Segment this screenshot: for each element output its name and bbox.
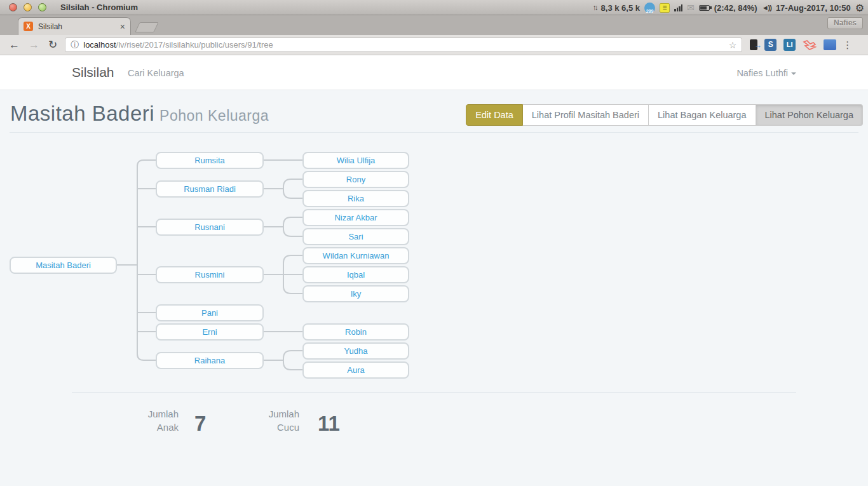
tree-node[interactable]: Nizar Akbar (302, 209, 409, 226)
tree-node[interactable]: Robin (302, 323, 409, 341)
battery-label: (2:42, 84%) (714, 3, 757, 13)
new-tab-button[interactable] (135, 22, 158, 32)
url-bar[interactable]: ⓘ localhost/lv/riset/2017/silsilahku/pub… (65, 37, 742, 52)
tree-node[interactable]: Sari (302, 228, 409, 245)
system-tray: ↑↓ 8,3 k 6,5 k 289 ≡ ✉ (2:42, 84%) ◄)) 1… (593, 0, 864, 15)
network-traffic-icon[interactable]: ↑↓ (593, 3, 597, 12)
tree-node[interactable]: Pani (156, 304, 264, 321)
notes-indicator-icon[interactable]: ≡ (660, 3, 670, 13)
xampp-favicon-icon: X (24, 22, 33, 31)
signal-strength-icon[interactable] (674, 4, 682, 11)
titlebar: Silsilah - Chromium ↑↓ 8,3 k 6,5 k 289 ≡… (0, 0, 868, 15)
url-path: /lv/riset/2017/silsilahku/public/users/9… (116, 40, 273, 50)
tree-node[interactable]: Raihana (156, 352, 264, 369)
s-extension-icon[interactable]: S (764, 39, 776, 51)
network-traffic-label: 8,3 k 6,5 k (601, 3, 640, 13)
tree-node[interactable]: Rony (302, 171, 409, 188)
tree-node[interactable]: Iky (302, 285, 409, 302)
mail-icon[interactable]: ✉ (687, 3, 695, 13)
bookmark-star-icon[interactable]: ☆ (729, 40, 737, 50)
tree-node[interactable]: Yudha (302, 342, 409, 360)
tab-close-icon[interactable]: × (120, 22, 125, 32)
page-info-icon[interactable]: ⓘ (71, 39, 79, 51)
gear-icon[interactable]: ⚙ (855, 2, 864, 14)
battery-icon[interactable] (699, 5, 710, 11)
window-title: Silsilah - Chromium (60, 3, 138, 12)
reload-icon[interactable]: ↻ (48, 38, 57, 51)
family-tree-connectors (0, 0, 868, 486)
li-extension-icon[interactable]: LI (783, 39, 796, 51)
browser-menu-icon[interactable]: ⋮ (843, 39, 852, 51)
back-icon[interactable]: ← (9, 39, 20, 51)
extension-icons: S LI (750, 39, 836, 51)
tree-node[interactable]: Rusmini (156, 266, 264, 283)
indicator-badge-icon[interactable]: 289 (644, 3, 655, 13)
tree-node[interactable]: Erni (156, 323, 264, 341)
phone-share-extension-icon[interactable] (750, 39, 757, 50)
blue-box-extension-icon[interactable] (824, 39, 836, 50)
laravel-extension-icon[interactable] (803, 39, 817, 51)
browser-toolbar: ← → ↻ ⓘ localhost/lv/riset/2017/silsilah… (0, 35, 868, 55)
tree-node[interactable]: Wilia Ulfija (302, 152, 409, 169)
tree-node-root[interactable]: Masitah Baderi (10, 257, 117, 274)
volume-icon[interactable]: ◄)) (762, 4, 771, 11)
window-maximize-button[interactable] (38, 3, 46, 11)
tree-node[interactable]: Rumsita (156, 152, 264, 169)
tree-node[interactable]: Wildan Kurniawan (302, 247, 409, 264)
tree-node[interactable]: Rusnani (156, 219, 264, 236)
tab-title: Silsilah (38, 22, 120, 31)
window-minimize-button[interactable] (24, 3, 32, 11)
url-text[interactable]: localhost/lv/riset/2017/silsilahku/publi… (83, 40, 724, 50)
forward-icon[interactable]: → (29, 39, 39, 51)
clock-label: 17-Aug-2017, 10:50 (776, 3, 851, 13)
url-host: localhost (83, 40, 116, 50)
window-close-button[interactable] (9, 3, 17, 11)
tree-node[interactable]: Rika (302, 190, 409, 207)
tree-node[interactable]: Aura (302, 361, 409, 379)
tab-strip: X Silsilah × (0, 15, 868, 35)
browser-tab[interactable]: X Silsilah × (18, 17, 131, 35)
tree-node[interactable]: Rusman Riadi (156, 180, 264, 198)
tree-node[interactable]: Iqbal (302, 266, 409, 283)
browser-profile-badge[interactable]: Nafies (827, 17, 863, 29)
